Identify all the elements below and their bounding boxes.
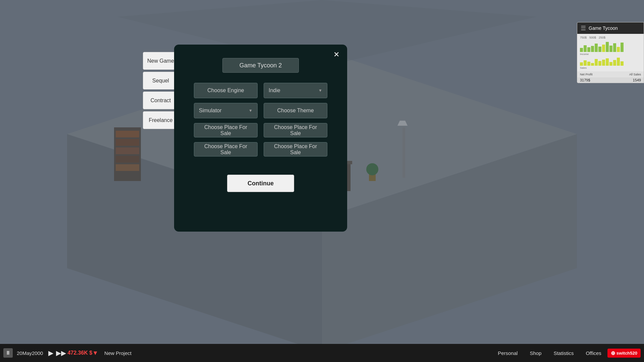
topic-dropdown[interactable]: Simulator ▼ xyxy=(194,103,258,118)
place-row-1: Choose Place For Sale Choose Place For S… xyxy=(187,123,334,137)
play-button[interactable]: ▶ xyxy=(47,349,55,357)
chart-bar-sales xyxy=(621,61,624,66)
chart-bar-sales xyxy=(606,58,609,66)
chart-bar xyxy=(587,47,590,52)
income-label: Income xyxy=(580,53,641,56)
chart-bar-sales xyxy=(602,60,605,66)
chart-bar xyxy=(602,45,605,52)
choose-place-3-button[interactable]: Choose Place For Sale xyxy=(194,142,258,157)
all-sales-label: All Sales xyxy=(629,73,641,76)
contract-button[interactable]: Contract xyxy=(143,92,178,109)
chart-bar-sales xyxy=(591,63,594,66)
chart-bar xyxy=(621,43,624,52)
choose-place-4-button[interactable]: Choose Place For Sale xyxy=(264,142,327,157)
topic-arrow: ▼ xyxy=(249,108,253,113)
personal-button[interactable]: Personal xyxy=(492,344,524,362)
chart-bar xyxy=(595,44,598,52)
chart-bar-sales xyxy=(587,62,590,66)
chart-bar-sales xyxy=(584,60,587,66)
continue-button[interactable]: Continue xyxy=(227,175,294,192)
chart-bar-sales xyxy=(580,62,583,66)
nintendo-label: switch520 xyxy=(616,351,637,356)
sequel-button[interactable]: Sequel xyxy=(143,72,178,89)
chart-bar-sales xyxy=(595,59,598,66)
nintendo-badge: ⊕ switch520 xyxy=(607,349,641,358)
chart-bar-sales xyxy=(609,62,612,66)
chart-bar xyxy=(598,47,601,52)
topic-label: Simulator xyxy=(199,108,222,114)
sales-label: Sales xyxy=(580,66,641,69)
stats-values: 3179$ 1549 xyxy=(577,77,644,83)
genre-dropdown[interactable]: Indie ▼ xyxy=(264,83,327,98)
statistics-button[interactable]: Statistics xyxy=(547,344,580,362)
all-sales-value: 1549 xyxy=(633,78,641,82)
menu-icon[interactable]: ☰ xyxy=(581,24,586,32)
place-row-2: Choose Place For Sale Choose Place For S… xyxy=(187,142,334,157)
new-project-button[interactable]: New Project xyxy=(98,344,138,362)
stats-title: Game Tycoon xyxy=(589,25,618,31)
pause-button[interactable]: ⏸ xyxy=(3,348,13,358)
shop-button[interactable]: Shop xyxy=(524,344,547,362)
chart-bar xyxy=(591,46,594,52)
choose-engine-button[interactable]: Choose Engine xyxy=(194,83,258,98)
topic-theme-row: Simulator ▼ Choose Theme xyxy=(187,103,334,118)
offices-button[interactable]: Offices xyxy=(580,344,607,362)
stats-panel: ☰ Game Tycoon 750$ 500$ 250$ Income xyxy=(577,22,644,83)
stats-chart-area: 750$ 500$ 250$ Income xyxy=(577,34,644,71)
nintendo-logo: ⊕ xyxy=(611,350,615,356)
left-panel: New Game Sequel Contract Freelance xyxy=(143,52,178,129)
chart-bar xyxy=(580,48,583,52)
money-display: 472.36K $ xyxy=(67,350,92,356)
bottom-bar: ⏸ 20May2000 ▶ ▶▶ 472.36K $ ▼ New Project… xyxy=(0,344,644,362)
chart-bar xyxy=(609,46,612,52)
fast-forward-button[interactable]: ▶▶ xyxy=(55,349,67,357)
genre-arrow: ▼ xyxy=(318,88,322,93)
freelance-button[interactable]: Freelance xyxy=(143,111,178,129)
chart-bar xyxy=(617,47,620,52)
chart-bar-sales xyxy=(613,60,616,66)
chart-bar-sales xyxy=(617,58,620,66)
close-button[interactable]: ✕ xyxy=(331,49,342,60)
game-title-input[interactable] xyxy=(222,58,299,73)
choose-place-2-button[interactable]: Choose Place For Sale xyxy=(264,123,327,137)
chart-bar xyxy=(613,43,616,52)
chart-bar xyxy=(584,45,587,52)
choose-theme-button[interactable]: Choose Theme xyxy=(264,103,327,118)
engine-genre-row: Choose Engine Indie ▼ xyxy=(187,83,334,98)
net-profit-label: Net Profit xyxy=(580,73,593,76)
stats-footer: Net Profit All Sales xyxy=(577,71,644,77)
money-trend-icon: ▼ xyxy=(92,350,98,357)
net-profit-value: 3179$ xyxy=(580,78,590,82)
new-game-button[interactable]: New Game xyxy=(143,52,178,70)
chart-bar-sales xyxy=(598,61,601,66)
new-game-dialog: ✕ Choose Engine Indie ▼ Simulator ▼ Choo… xyxy=(174,45,347,232)
chart-bar xyxy=(606,42,609,52)
date-display: 20May2000 xyxy=(17,350,43,356)
choose-place-1-button[interactable]: Choose Place For Sale xyxy=(194,123,258,137)
stats-header: ☰ Game Tycoon xyxy=(577,22,644,34)
genre-label: Indie xyxy=(269,87,280,94)
